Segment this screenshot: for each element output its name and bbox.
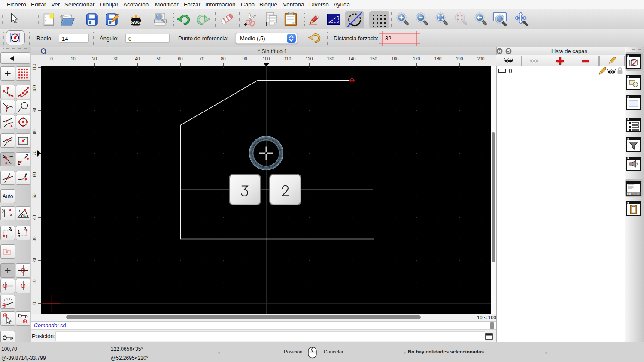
svg-text:1: 1 [18,230,20,235]
svg-text:a: a [23,213,26,217]
svg-text:SVG: SVG [131,20,141,25]
svg-text:c command: c command [628,193,640,196]
svg-text:y: y [2,208,5,213]
svg-text:2: 2 [9,226,12,231]
svg-text:r: r [19,208,21,213]
svg-text:x: x [10,212,12,217]
svg-text:2: 2 [26,154,28,158]
svg-text:1: 1 [6,235,8,239]
svg-text:2: 2 [24,226,26,231]
